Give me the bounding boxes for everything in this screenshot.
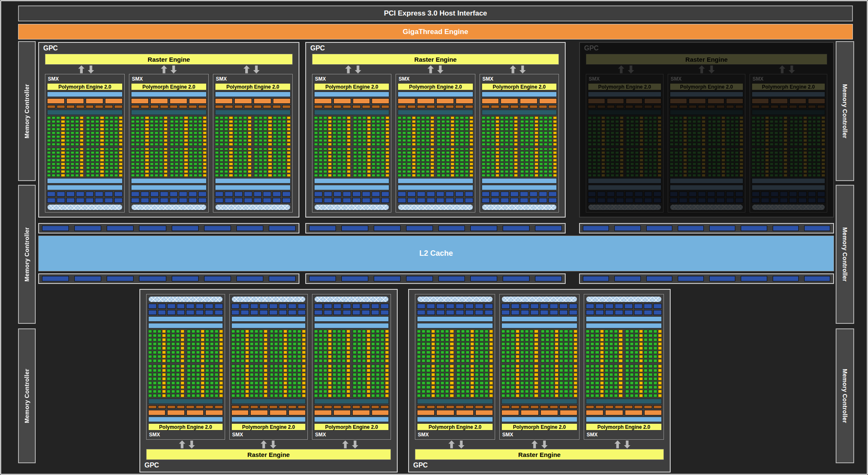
core-grid-quadrant: [47, 116, 84, 146]
core-cell: [466, 346, 469, 350]
core-cell: [421, 120, 425, 123]
blue-block: [427, 310, 435, 315]
core-cell: [445, 369, 449, 372]
core-cell: [799, 131, 802, 134]
core-cell: [430, 155, 434, 158]
core-grid-half: [314, 148, 389, 177]
blue-block: [798, 198, 806, 203]
core-cell: [649, 170, 653, 173]
core-cell: [201, 365, 205, 368]
orange-thin-block: [372, 105, 380, 108]
lightblue-bar: [314, 185, 389, 190]
core-cell: [194, 135, 197, 138]
core-cell: [790, 155, 794, 158]
orange-block: [771, 98, 788, 104]
core-cell: [181, 373, 184, 376]
core-cell: [302, 359, 306, 362]
core-cell: [250, 377, 254, 381]
core-cell: [658, 143, 661, 146]
core-cell: [765, 174, 769, 177]
core-cell: [278, 131, 281, 134]
core-cell: [606, 159, 610, 162]
core-cell: [148, 334, 152, 337]
core-cell: [436, 330, 440, 333]
core-cell: [162, 373, 166, 376]
core-cell: [248, 170, 252, 173]
core-cell: [426, 170, 430, 173]
orange-thin-block: [170, 105, 178, 108]
core-cell: [808, 155, 812, 158]
core-cell: [323, 355, 327, 358]
core-cell: [337, 170, 341, 173]
core-cell: [422, 346, 425, 350]
orange-thin-block: [269, 405, 278, 409]
core-cell: [635, 151, 639, 154]
core-cell: [482, 155, 485, 158]
core-grid-quadrant: [456, 365, 493, 397]
core-cell: [164, 159, 168, 162]
core-cell: [342, 377, 346, 381]
core-cell: [333, 120, 336, 123]
core-cell: [402, 143, 406, 146]
core-cell: [385, 120, 389, 123]
core-cell: [323, 346, 327, 350]
core-cell: [639, 386, 643, 389]
core-cell: [590, 334, 594, 337]
core-cell: [600, 342, 604, 346]
core-cell: [630, 346, 634, 350]
l2-strip-segment: [236, 276, 263, 281]
core-cell: [421, 155, 425, 158]
core-cell: [534, 365, 538, 368]
orange-block: [417, 98, 435, 104]
core-cell: [611, 174, 614, 177]
core-cell: [500, 120, 504, 123]
teal-bar: [501, 399, 577, 404]
core-cell: [162, 359, 166, 362]
core-cell: [630, 377, 634, 381]
core-cell: [376, 346, 380, 350]
core-cell: [385, 159, 389, 162]
core-cell: [501, 365, 505, 368]
core-cell: [357, 386, 361, 389]
core-cell: [342, 120, 346, 123]
core-cell: [198, 131, 202, 134]
core-cell: [808, 131, 812, 134]
core-cell: [293, 330, 296, 333]
core-cell: [595, 369, 599, 372]
teal-bar: [231, 399, 306, 404]
core-cell: [630, 334, 634, 337]
core-cell: [358, 135, 362, 138]
core-cell: [52, 174, 55, 177]
core-cell: [644, 131, 648, 134]
core-cell: [337, 355, 341, 358]
core-cell: [534, 342, 538, 346]
smx-unit: SMXPolymorph Engine 2.0: [480, 74, 559, 213]
core-cell: [328, 355, 332, 358]
core-grid-quadrant: [86, 148, 123, 177]
core-cell: [376, 139, 380, 142]
core-cell: [640, 148, 643, 151]
core-cell: [486, 151, 490, 154]
core-cell: [47, 124, 51, 127]
core-cell: [525, 170, 529, 173]
core-cell: [530, 170, 533, 173]
core-cell: [270, 373, 274, 376]
core-cell: [259, 116, 262, 119]
core-cell: [649, 116, 653, 119]
blue-block: [298, 310, 306, 315]
core-cell: [615, 143, 619, 146]
core-cell: [278, 166, 281, 169]
core-cell: [398, 124, 401, 127]
core-cell: [159, 139, 163, 142]
core-cell: [241, 369, 244, 372]
core-cell: [466, 365, 469, 368]
gigathread-engine-bar: GigaThread Engine: [18, 24, 853, 39]
core-cell: [248, 166, 252, 169]
core-cell: [319, 369, 323, 372]
core-cell: [323, 386, 327, 389]
core-cell: [545, 334, 549, 337]
core-cell: [155, 139, 158, 142]
core-cell: [683, 139, 687, 142]
core-cell: [614, 377, 618, 381]
core-cell: [509, 143, 513, 146]
